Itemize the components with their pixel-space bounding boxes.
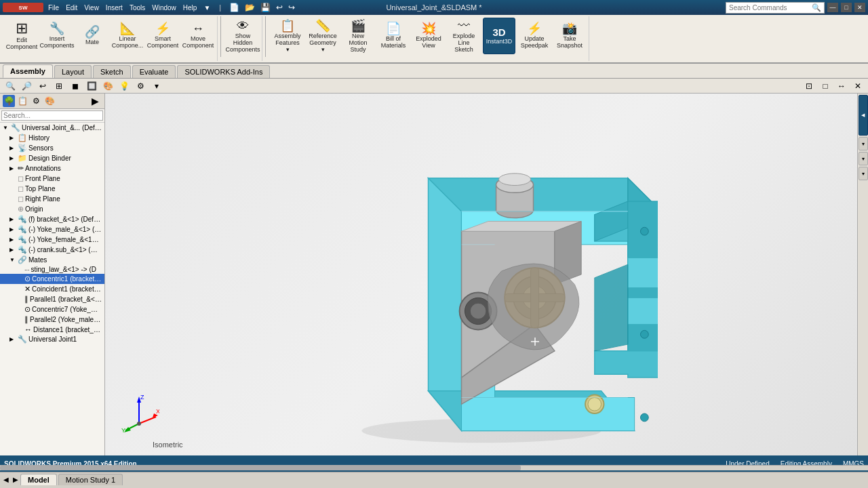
right-panel-btn-3[interactable]: ▾ (859, 152, 868, 165)
menu-window[interactable]: Window (150, 4, 178, 12)
svg-text:X: X (156, 408, 159, 415)
ribbon-take-snapshot[interactable]: 📸 TakeSnapshot (553, 18, 586, 54)
sidebar-expand-btn[interactable]: ▶ (89, 95, 102, 107)
ribbon-linear-component[interactable]: 📐 LinearCompone... (111, 18, 144, 54)
tree-item-universal-joint1[interactable]: ▶ 🔧 Universal Joint1 (0, 334, 104, 344)
vp-appearance[interactable]: 🎨 (100, 79, 115, 93)
bottom-tabs-left-arrow[interactable]: ◀ (1, 476, 11, 483)
ribbon-exploded-view[interactable]: 💥 ExplodedView (412, 18, 445, 54)
tree-item-design-binder[interactable]: ▶ 📁 Design Binder (0, 153, 104, 163)
title-bar: SW File Edit View Insert Tools Window He… (0, 0, 868, 15)
tree-item-mates[interactable]: ▼ 🔗 Mates (0, 255, 104, 265)
tree-item-yoke-male[interactable]: ▶ 🔩 (-) Yoke_male_&<1> (Defau (0, 224, 104, 235)
sidebar-config-btn[interactable]: ⚙ (30, 95, 42, 107)
tree-item-yoke-female[interactable]: ▶ 🔩 (-) Yoke_female_&<1> (Det (0, 235, 104, 245)
sidebar-display-btn[interactable]: 🎨 (43, 95, 56, 107)
ribbon: ⊞ Edit Component 🔧 InsertComponents 🔗 Ma… (0, 15, 868, 64)
sidebar-prop-btn[interactable]: 📋 (16, 95, 28, 107)
bottom-tabs-right-arrow[interactable]: ▶ (11, 476, 20, 483)
tree-item-concentric1[interactable]: ⊙ Concentric1 (bracket_&< (0, 274, 104, 284)
ribbon-reference-geometry[interactable]: 📏 ReferenceGeometry ▾ (307, 18, 339, 56)
ribbon-update-speedpak[interactable]: ⚡ UpdateSpeedpak (518, 18, 551, 54)
tree-item-annotations[interactable]: ▶ ✏ Annotations (0, 163, 104, 174)
vp-scene[interactable]: 💡 (117, 79, 132, 93)
ribbon-assembly-features[interactable]: 📋 AssemblyFeatures ▾ (271, 18, 304, 56)
viewport[interactable]: Z X Y Isometric (105, 94, 857, 455)
vp-hide-show[interactable]: 🔲 (84, 79, 99, 93)
right-panel-btn-1[interactable]: ◀ (859, 95, 868, 136)
tree-item-right-plane[interactable]: ◻ Right Plane (0, 194, 104, 204)
vp-right-1[interactable]: ⊡ (802, 79, 816, 93)
menu-file[interactable]: File (46, 4, 61, 12)
sidebar-filter-input[interactable] (1, 110, 103, 121)
vp-display-style[interactable]: ◼ (68, 79, 83, 93)
search-input[interactable] (729, 4, 810, 12)
vp-zoom-in[interactable]: 🔎 (19, 79, 34, 93)
tab-addins[interactable]: SOLIDWORKS Add-Ins (177, 65, 270, 78)
tree-item-parallel2[interactable]: ∥ Parallel2 (Yoke_male_&< (0, 314, 104, 325)
tree-item-crank[interactable]: ▶ 🔩 (-) crank.sub_&<1> (Default (0, 245, 104, 255)
tree-item-history[interactable]: ▶ 📋 History (0, 133, 104, 143)
close-btn[interactable]: ✕ (854, 3, 865, 12)
menu-tools[interactable]: Tools (127, 4, 147, 12)
minimize-btn[interactable]: — (827, 3, 838, 12)
toolbar-redo[interactable]: ↪ (287, 3, 296, 12)
ribbon-instant3d[interactable]: 3D Instant3D (483, 18, 515, 54)
ribbon-mate[interactable]: 🔗 Mate (76, 18, 108, 54)
right-panel-btn-2[interactable]: ▾ (859, 137, 868, 150)
right-panel-btn-4[interactable]: ▾ (859, 167, 868, 180)
menu-insert[interactable]: Insert (104, 4, 125, 12)
ribbon-new-motion-study[interactable]: 🎬 NewMotionStudy (342, 18, 374, 56)
tree-item-distance1[interactable]: ↔ Distance1 (bracket_&<1 (0, 325, 104, 334)
sidebar-tree-btn[interactable]: 🌳 (3, 95, 15, 107)
bill-of-materials-icon: 📄 (386, 22, 401, 35)
sidebar: 🌳 📋 ⚙ 🎨 ▶ ▼ 🔧 Universal Joint_&... (Defa… (0, 94, 105, 455)
vp-settings-arrow[interactable]: ▾ (149, 79, 164, 93)
tree-item-sting-law[interactable]: ··· sting_law_&<1> -> (D (0, 265, 104, 274)
tree-item-parallel1[interactable]: ∥ Parallel1 (bracket_&<1>_. (0, 294, 104, 304)
svg-rect-7 (461, 398, 634, 431)
bottom-tab-model[interactable]: Model (20, 474, 57, 485)
maximize-btn[interactable]: □ (841, 3, 852, 12)
tab-sketch[interactable]: Sketch (93, 65, 131, 78)
toolbar-new[interactable]: 📄 (228, 3, 241, 12)
vp-section-view[interactable]: ⊞ (52, 79, 66, 93)
vp-zoom-fit[interactable]: 🔍 (3, 79, 18, 93)
tree-item-top-plane[interactable]: ◻ Top Plane (0, 184, 104, 194)
search-bar[interactable]: 🔍 (726, 2, 825, 14)
vp-right-4[interactable]: ✕ (850, 79, 865, 93)
toolbar-open[interactable]: 📂 (243, 3, 256, 12)
toolbar-undo[interactable]: ↩ (275, 3, 284, 12)
tree-item-origin[interactable]: ⊕ Origin (0, 204, 104, 214)
svg-point-18 (470, 303, 486, 319)
move-component-icon: ↔ (192, 22, 204, 35)
toolbar-save[interactable]: 💾 (259, 3, 272, 12)
tree-item-root[interactable]: ▼ 🔧 Universal Joint_&... (Default<De (0, 123, 104, 133)
vp-right-3[interactable]: ↔ (834, 79, 849, 93)
menu-edit[interactable]: Edit (64, 4, 79, 12)
tab-evaluate[interactable]: Evaluate (132, 65, 176, 78)
ribbon-explode-line-sketch[interactable]: 〰 ExplodeLineSketch (448, 18, 480, 56)
menu-arrow[interactable]: ▼ (201, 4, 212, 12)
ribbon-bill-of-materials[interactable]: 📄 Bill ofMaterials (377, 18, 410, 54)
tree-item-coincident1[interactable]: ✕ Coincident1 (bracket_&< (0, 284, 104, 294)
bottom-tab-motion-study-1[interactable]: Motion Study 1 (58, 474, 123, 485)
ribbon-smart-component[interactable]: ⚡ SmartComponent (146, 18, 179, 54)
tree-item-front-plane[interactable]: ◻ Front Plane (0, 174, 104, 184)
vp-right-2[interactable]: □ (818, 79, 833, 93)
parallel2-icon: ∥ (24, 315, 28, 324)
tree-item-sensors[interactable]: ▶ 📡 Sensors (0, 143, 104, 153)
vp-view-settings[interactable]: ⚙ (133, 79, 148, 93)
ribbon-move-component[interactable]: ↔ MoveComponent (182, 18, 214, 54)
tab-assembly[interactable]: Assembly (3, 64, 53, 78)
tree-item-concentric7[interactable]: ⊙ Concentric7 (Yoke_male_ (0, 304, 104, 314)
ribbon-show-hidden[interactable]: 👁 ShowHiddenComponents (226, 18, 259, 56)
ribbon-edit-component[interactable]: ⊞ Edit Component (5, 18, 38, 54)
tab-layout[interactable]: Layout (54, 65, 92, 78)
ribbon-insert-components[interactable]: 🔧 InsertComponents (41, 18, 73, 54)
menu-help[interactable]: Help (181, 4, 199, 12)
menu-view[interactable]: View (82, 4, 101, 12)
ribbon-divider-1 (220, 16, 221, 57)
tree-item-bracket[interactable]: ▶ 🔩 (f) bracket_&<1> (Default< (0, 214, 104, 224)
vp-previous-view[interactable]: ↩ (35, 79, 50, 93)
